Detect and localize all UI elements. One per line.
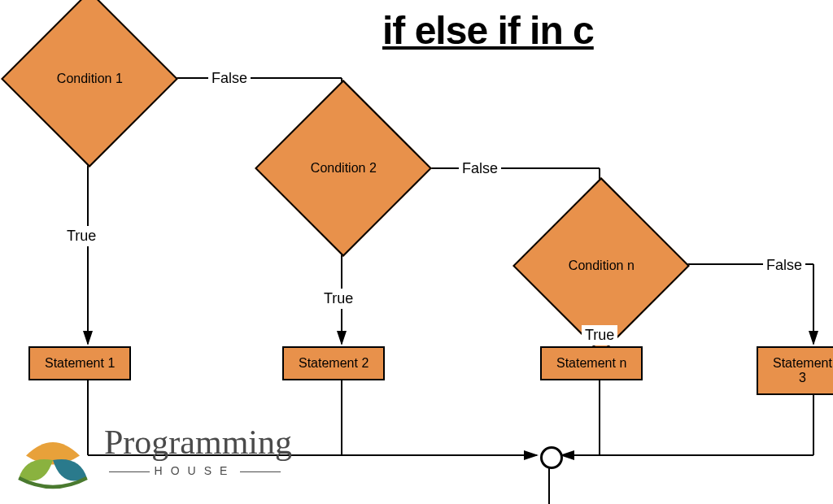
brand-sub: HOUSE bbox=[98, 464, 292, 477]
edge-label-false: False bbox=[763, 255, 805, 276]
edge-label-false: False bbox=[208, 68, 251, 89]
process-statement-n: Statement n bbox=[540, 346, 643, 380]
decision-label: Condition 2 bbox=[311, 161, 377, 176]
decision-condition-1: Condition 1 bbox=[1, 0, 178, 167]
brand-icon bbox=[8, 406, 98, 496]
edge-label-true: True bbox=[582, 325, 617, 345]
process-statement-2: Statement 2 bbox=[282, 346, 385, 380]
edge-label-true: True bbox=[63, 226, 99, 246]
svg-point-18 bbox=[44, 423, 62, 441]
process-statement-1: Statement 1 bbox=[28, 346, 131, 380]
decision-label: Condition n bbox=[569, 259, 635, 273]
decision-label: Condition 1 bbox=[57, 72, 123, 86]
merge-node bbox=[540, 446, 563, 469]
brand-logo: Programming HOUSE bbox=[8, 406, 292, 496]
edge-label-false: False bbox=[459, 159, 501, 179]
brand-name: Programming bbox=[104, 425, 292, 459]
process-statement-3: Statement 3 bbox=[757, 346, 833, 395]
edge-label-true: True bbox=[321, 289, 356, 309]
page-title: if else if in c bbox=[382, 8, 594, 53]
decision-condition-2: Condition 2 bbox=[255, 80, 432, 257]
